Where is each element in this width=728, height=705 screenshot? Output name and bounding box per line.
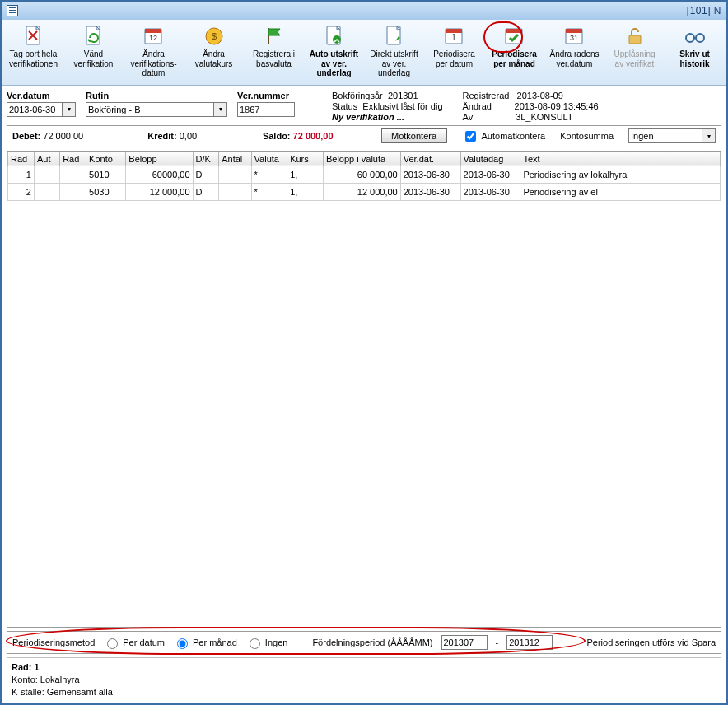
col-text[interactable]: Text <box>520 152 721 166</box>
page-print-icon <box>383 25 406 48</box>
ver-nummer-label: Ver.nummer <box>237 91 303 100</box>
svg-point-20 <box>696 34 704 42</box>
svg-rect-18 <box>629 35 641 44</box>
period-to-input[interactable] <box>506 635 553 650</box>
content: Ver.datum ▾ Rutin ▾ Ver.nummer Bokföring… <box>2 86 726 704</box>
currency-icon: $ <box>203 25 226 48</box>
autokontera-checkbox[interactable]: Automatkontera <box>462 128 546 144</box>
tb-unlock: Upplåsning av verifikat <box>604 23 665 82</box>
period-method-label: Periodiseringsmetod <box>12 637 95 647</box>
kontosumma-dropdown[interactable]: ▾ <box>702 128 716 143</box>
col-valutadag[interactable]: Valutadag <box>460 152 520 166</box>
kontosumma-select[interactable] <box>628 128 702 143</box>
tb-period-month[interactable]: Periodisera per månad <box>484 23 544 82</box>
col-valuta[interactable]: Valuta <box>251 152 287 166</box>
tb-auto-print[interactable]: Auto utskrift av ver. underlag <box>304 23 364 82</box>
radio-per-datum[interactable]: Per datum <box>103 636 165 649</box>
tb-change-date[interactable]: 12Ändra verifikations- datum <box>124 23 184 82</box>
ver-datum-input[interactable] <box>7 102 63 117</box>
page-reverse-icon <box>82 25 105 48</box>
glasses-icon <box>684 25 707 48</box>
col-rad[interactable]: Rad <box>60 152 86 166</box>
col-belopp[interactable]: Belopp <box>126 152 193 166</box>
svg-text:$: $ <box>211 31 216 41</box>
tb-direct-print[interactable]: Direkt utskrift av ver. underlag <box>364 23 424 82</box>
col-rad[interactable]: Rad <box>8 152 35 166</box>
col-aut[interactable]: Aut <box>34 152 59 166</box>
col-antal[interactable]: Antal <box>219 152 251 166</box>
svg-text:31: 31 <box>569 34 577 42</box>
period-info: Periodiseringen utförs vid Spara <box>586 637 716 647</box>
radio-per-manad[interactable]: Per månad <box>173 636 237 649</box>
ver-datum-label: Ver.datum <box>7 91 77 100</box>
footer-info: Rad: 1 Konto: Lokalhyra K-ställe: Gemens… <box>7 657 721 703</box>
period-from-input[interactable] <box>441 635 488 650</box>
tb-delete[interactable]: Tag bort hela verifikationen <box>3 23 63 82</box>
toolbar: Tag bort hela verifikationen Vänd verifi… <box>2 20 726 86</box>
period-bar: Periodiseringsmetod Per datum Per månad … <box>7 631 721 654</box>
titlebar: [101] N <box>2 2 726 20</box>
svg-point-19 <box>686 34 694 42</box>
calendar-edit-icon: 12 <box>142 25 166 48</box>
rutin-dropdown[interactable]: ▾ <box>214 102 227 117</box>
fordel-label: Fördelningsperiod (ÅÅÅÅMM) <box>312 637 432 647</box>
col-konto[interactable]: Konto <box>86 152 126 166</box>
col-ver-dat-[interactable]: Ver.dat. <box>400 152 460 166</box>
calendar-31-icon: 31 <box>563 25 586 48</box>
col-d-k[interactable]: D/K <box>193 152 219 166</box>
ver-datum-dropdown[interactable]: ▾ <box>63 102 76 117</box>
svg-text:12: 12 <box>148 34 156 42</box>
svg-rect-14 <box>506 29 522 33</box>
svg-rect-16 <box>566 29 582 33</box>
tb-change-row-date[interactable]: 31Ändra radens ver.datum <box>544 23 604 82</box>
col-belopp-i-valuta[interactable]: Belopp i valuta <box>323 152 400 166</box>
motkontera-button[interactable]: Motkontera <box>381 128 447 143</box>
rutin-label: Rutin <box>86 91 229 100</box>
ver-nummer-input[interactable] <box>237 102 295 117</box>
tb-reverse[interactable]: Vänd verifikation <box>63 23 124 82</box>
meta-panel: Bokföringsår 201301 Registrerad 2013-08-… <box>320 91 599 122</box>
summary-bar: Debet: 72 000,00 Kredit: 0,00 Saldo: 72 … <box>7 125 721 147</box>
page-delete-icon <box>22 25 45 48</box>
svg-rect-3 <box>145 29 161 33</box>
tb-period-date[interactable]: 1Periodisera per datum <box>424 23 484 82</box>
kontosumma-label: Kontosumma <box>560 131 614 141</box>
lock-open-icon <box>623 25 646 48</box>
svg-text:1: 1 <box>451 33 456 42</box>
page-auto-print-icon <box>323 25 346 48</box>
app-window: [101] N Tag bort hela verifikationen Vän… <box>0 0 728 705</box>
table-row[interactable]: 1501060000,00D*1,60 000,002013-06-302013… <box>8 166 721 183</box>
table-row[interactable]: 2503012 000,00D*1,12 000,002013-06-30201… <box>8 183 721 200</box>
col-kurs[interactable]: Kurs <box>287 152 324 166</box>
tb-change-rate[interactable]: $Ändra valutakurs <box>184 23 244 82</box>
calendar-check-icon <box>503 25 526 48</box>
radio-ingen[interactable]: Ingen <box>245 636 288 649</box>
rutin-input[interactable] <box>86 102 214 117</box>
calendar-1-icon: 1 <box>443 25 466 48</box>
window-title: [101] N <box>687 5 721 16</box>
flag-icon <box>263 25 286 48</box>
ny-verifikation-link[interactable]: Ny verifikation ... <box>332 112 443 122</box>
tb-register-base[interactable]: Registrera i basvaluta <box>244 23 304 82</box>
menu-icon[interactable] <box>7 5 18 16</box>
tb-print-history[interactable]: Skriv ut historik <box>665 23 725 82</box>
entries-grid[interactable]: RadAutRadKontoBeloppD/KAntalValutaKursBe… <box>7 151 721 628</box>
